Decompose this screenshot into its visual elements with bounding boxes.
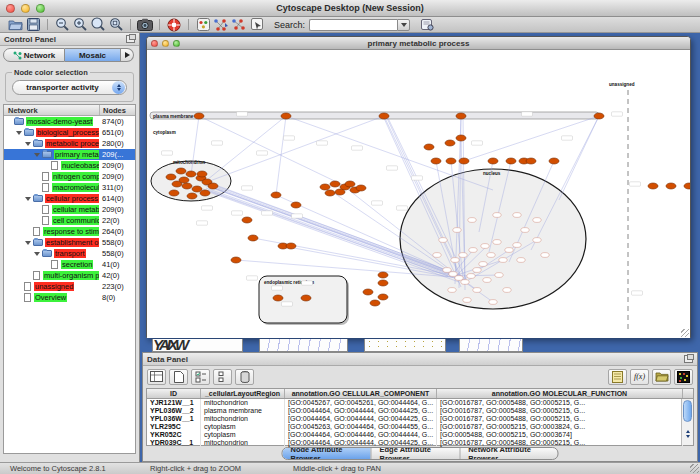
- graph-node[interactable]: [320, 184, 330, 190]
- search-dropdown-button[interactable]: [397, 19, 410, 31]
- tree-row-transport[interactable]: transport558(0): [4, 248, 135, 259]
- graph-node[interactable]: [169, 190, 179, 196]
- graph-node[interactable]: [182, 183, 192, 189]
- attribute-grid-button[interactable]: [213, 369, 232, 385]
- graph-node-small[interactable]: [493, 240, 501, 245]
- graph-node-small[interactable]: [463, 298, 471, 303]
- graph-node-small[interactable]: [503, 288, 511, 293]
- vizmapper-button[interactable]: [194, 17, 212, 32]
- table-column-header[interactable]: annotation.GO MOLECULAR_FUNCTION: [437, 389, 683, 398]
- table-row[interactable]: YPL036W__2plasma membrane[GO:0044464, GO…: [147, 407, 693, 415]
- graph-node[interactable]: [194, 113, 204, 119]
- graph-node[interactable]: [459, 158, 469, 164]
- table-cell[interactable]: [GO:0044464, GO:0044444, GO:0044425, G..…: [285, 415, 437, 423]
- tree-expand-icon[interactable]: [16, 131, 22, 135]
- zoom-fit-button[interactable]: [89, 17, 107, 32]
- zoom-out-button[interactable]: [53, 17, 71, 32]
- graph-node[interactable]: [378, 272, 388, 278]
- graph-node-small[interactable]: [453, 228, 461, 233]
- graph-node[interactable]: [594, 113, 604, 119]
- attribute-checklist-button[interactable]: [191, 369, 210, 385]
- table-cell[interactable]: [GO:0016787, GO:0005215, GO:0003824, G..…: [437, 423, 683, 431]
- graph-node[interactable]: [281, 113, 291, 119]
- table-column-header[interactable]: ID: [147, 389, 201, 398]
- attribute-table-header[interactable]: ID_cellularLayoutRegionannotation.GO CEL…: [147, 389, 693, 399]
- save-session-button[interactable]: [24, 17, 42, 32]
- table-cell[interactable]: YPL036W__1: [147, 415, 201, 423]
- graph-node-small[interactable]: [493, 213, 501, 218]
- graph-node[interactable]: [445, 140, 455, 146]
- layout-alt-button[interactable]: [230, 17, 248, 32]
- graph-node[interactable]: [197, 171, 207, 177]
- graph-node-small[interactable]: [455, 276, 463, 281]
- graph-node[interactable]: [549, 158, 559, 164]
- table-cell[interactable]: cytoplasm: [201, 431, 285, 439]
- tree-row-cellular-process[interactable]: cellular process614(0): [4, 193, 135, 204]
- background-window-fragment[interactable]: YAIXW: [152, 339, 243, 352]
- graph-edge[interactable]: [464, 116, 599, 161]
- node-color-dropdown[interactable]: transporter activity: [12, 80, 127, 95]
- graph-node[interactable]: [325, 190, 335, 196]
- background-window-fragment[interactable]: [259, 339, 348, 352]
- delete-attribute-button[interactable]: [235, 369, 254, 385]
- search-input[interactable]: [309, 19, 397, 31]
- tree-row-nucleobase-[interactable]: nucleobase-209(0): [4, 160, 135, 171]
- graph-node-small[interactable]: [533, 238, 541, 243]
- graph-node-small[interactable]: [459, 253, 467, 258]
- float-panel-icon[interactable]: [126, 35, 135, 43]
- notepad-button[interactable]: [608, 369, 627, 385]
- network-window-title-bar[interactable]: primary metabolic process: [147, 37, 690, 50]
- tree-expand-icon[interactable]: [25, 197, 31, 201]
- graph-node-small[interactable]: [461, 280, 469, 285]
- tree-row-response-to-stimulu[interactable]: response to stimulu264(0): [4, 226, 135, 237]
- open-session-button[interactable]: [6, 17, 24, 32]
- graph-node-small[interactable]: [439, 238, 447, 243]
- graph-node-small[interactable]: [533, 218, 541, 223]
- tree-row-nitrogen-compo[interactable]: nitrogen compo209(0): [4, 171, 135, 182]
- tree-row-metabolic-process[interactable]: metabolic process280(0): [4, 138, 135, 149]
- graph-node[interactable]: [456, 113, 466, 119]
- graph-node[interactable]: [363, 289, 373, 295]
- help-button[interactable]: [165, 17, 183, 32]
- zoom-selected-button[interactable]: [107, 17, 125, 32]
- table-cell[interactable]: YKR052C: [147, 431, 201, 439]
- tree-row-primary-metabo[interactable]: primary metabo209(...: [4, 149, 135, 160]
- graph-node[interactable]: [526, 158, 536, 164]
- tree-row-establishment-of-lo[interactable]: establishment of lo558(0): [4, 237, 135, 248]
- graph-node[interactable]: [666, 183, 676, 189]
- tab-node-attribute-browser[interactable]: Node Attribute Browser: [283, 448, 372, 459]
- graph-node-small[interactable]: [433, 253, 441, 258]
- table-row[interactable]: YJR121W__1mitochondrion[GO:0045267, GO:0…: [147, 399, 693, 407]
- graph-node[interactable]: [379, 113, 389, 119]
- graph-node-small[interactable]: [443, 268, 451, 273]
- graph-node-small[interactable]: [468, 218, 476, 223]
- table-row[interactable]: YLR295Ccytoplasm[GO:0045263, GO:0044464,…: [147, 423, 693, 431]
- table-cell[interactable]: mitochondrion: [201, 439, 285, 447]
- table-cell[interactable]: [GO:0045267, GO:0045261, GO:0044464, G..…: [285, 399, 437, 407]
- graph-node-small[interactable]: [521, 228, 529, 233]
- graph-node-small[interactable]: [479, 262, 487, 267]
- graph-node-small[interactable]: [541, 253, 549, 258]
- graph-node[interactable]: [431, 158, 441, 164]
- graph-node-small[interactable]: [513, 213, 521, 218]
- table-cell[interactable]: plasma membrane: [201, 407, 285, 415]
- table-cell[interactable]: YLR295C: [147, 423, 201, 431]
- background-window-fragment[interactable]: [364, 339, 446, 352]
- table-cell[interactable]: [GO:0016787, GO:0005488, GO:0005215, G..…: [437, 399, 683, 407]
- graph-node[interactable]: [345, 181, 355, 187]
- zoom-in-button[interactable]: [71, 17, 89, 32]
- graph-node-small[interactable]: [473, 268, 481, 273]
- graph-node[interactable]: [286, 243, 296, 249]
- graph-node-small[interactable]: [451, 258, 459, 263]
- table-cell[interactable]: [GO:0044464, GO:0044446, GO:0044444, G..…: [285, 431, 437, 439]
- graph-node[interactable]: [231, 257, 241, 263]
- graph-node[interactable]: [378, 280, 388, 286]
- table-cell[interactable]: YJR121W__1: [147, 399, 201, 407]
- graph-node[interactable]: [446, 158, 456, 164]
- tree-row-biological-process[interactable]: biological_process651(0): [4, 127, 135, 138]
- table-vertical-scrollbar[interactable]: [681, 399, 693, 445]
- graph-node[interactable]: [291, 202, 301, 208]
- graph-node[interactable]: [456, 135, 466, 141]
- table-cell[interactable]: mitochondrion: [201, 415, 285, 423]
- graph-node[interactable]: [356, 185, 366, 191]
